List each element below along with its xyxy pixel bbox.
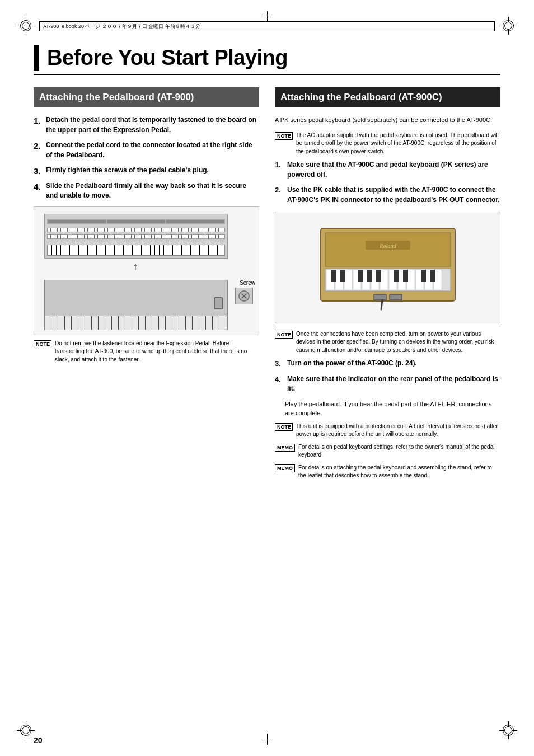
key-strip-2 [47,234,225,239]
right-step-4-text: Make sure that the indicator on the rear… [287,374,500,394]
right-note2-text: Once the connections have been completed… [296,330,500,355]
left-column: Attaching the Pedalboard (AT-900) 1. Det… [34,87,259,485]
keyboard-top [44,214,228,259]
right-illustration: Roland [275,212,500,323]
svg-rect-11 [380,270,388,290]
corner-mark-bl [17,721,35,739]
header-bar: AT-900_e.book 20 ページ ２００７年９月７日 金曜日 午前８時４… [39,21,495,31]
step-4-text: Slide the Pedalboard firmly all the way … [46,181,259,201]
step-2-num: 2. [34,140,46,151]
left-note-box: NOTE Do not remove the fastener located … [34,340,259,364]
step4-extra-text: Play the pedalboard. If you hear the ped… [285,400,500,418]
right-step-1: 1. Make sure that the AT-900C and pedal … [275,160,500,180]
right-step-4: 4. Make sure that the indicator on the r… [275,374,500,394]
right-note1-text: The AC adaptor supplied with the pedal k… [296,132,500,156]
svg-rect-7 [344,270,352,290]
svg-line-29 [381,300,382,309]
step-2-text: Connect the pedal cord to the connector … [46,140,259,160]
right-step-4-num: 4. [275,374,287,383]
step-3-text: Firmly tighten the screws of the pedal c… [46,166,209,175]
step-1-text: Detach the pedal cord that is temporaril… [46,115,259,135]
left-section-header: Attaching the Pedalboard (AT-900) [34,87,259,107]
step-2: 2. Connect the pedal cord to the connect… [34,140,259,160]
page: AT-900_e.book 20 ページ ２００７年９月７日 金曜日 午前８時４… [0,0,534,756]
right-step-2-text: Use the PK cable that is supplied with t… [287,185,500,205]
corner-mark-tr [499,17,517,35]
svg-rect-21 [367,270,372,282]
pedalboard [44,280,228,330]
step-3: 3. Firmly tighten the screws of the peda… [34,166,259,176]
svg-rect-20 [358,270,363,282]
right-note1: NOTE The AC adaptor supplied with the pe… [275,132,500,156]
key-strip [47,228,225,232]
right-memo2-text: For details on attaching the pedal keybo… [298,464,500,480]
right-note2: NOTE Once the connections have been comp… [275,330,500,355]
svg-text:Roland: Roland [378,243,396,249]
right-step-3-num: 3. [275,359,287,368]
right-intro: A PK series pedal keyboard (sold separat… [275,115,500,125]
pedal-connector [214,297,223,309]
control-strips [47,219,225,224]
keys-row [47,245,225,256]
page-title: Before You Start Playing [47,46,288,70]
step-1: 1. Detach the pedal cord that is tempora… [34,115,259,135]
pedal-keys [45,316,227,330]
step-3-num: 3. [34,166,46,176]
title-bar [34,45,39,71]
bottom-center-vmark [267,734,268,745]
right-note1-label: NOTE [275,132,293,140]
screw-label: Screw [240,280,255,286]
right-step-2: 2. Use the PK cable that is supplied wit… [275,185,500,205]
right-note3: NOTE This unit is equipped with a protec… [275,422,500,439]
right-step-1-num: 1. [275,160,287,169]
corner-mark-br [499,721,517,739]
right-note2-label: NOTE [275,331,293,339]
right-memo2-label: MEMO [275,464,295,472]
step-4-num: 4. [34,181,46,191]
svg-rect-26 [430,270,435,282]
svg-rect-25 [421,270,426,282]
page-title-container: Before You Start Playing [34,45,500,75]
right-section-header: Attaching the Pedalboard (AT-900C) [275,87,500,107]
content-area: Before You Start Playing Attaching the P… [34,45,500,722]
step-1-num: 1. [34,115,46,125]
screw-illustration [235,288,253,304]
page-number: 20 [34,736,43,745]
corner-mark-tl [17,17,35,35]
svg-rect-24 [403,270,408,282]
right-memo1: MEMO For details on pedal keyboard setti… [275,443,500,459]
header-text: AT-900_e.book 20 ページ ２００７年９月７日 金曜日 午前８時４… [43,23,200,30]
right-column: Attaching the Pedalboard (AT-900C) A PK … [275,87,500,485]
step-4: 4. Slide the Pedalboard firmly all the w… [34,181,259,201]
left-note-text: Do not remove the fastener located near … [55,340,259,364]
right-note3-label: NOTE [275,423,293,431]
right-memo1-label: MEMO [275,444,295,452]
piano-svg: Roland [310,217,466,318]
svg-rect-17 [434,270,442,290]
left-note-label: NOTE [34,340,51,348]
svg-rect-19 [340,270,345,282]
top-center-vmark [267,11,268,22]
svg-rect-27 [374,294,386,300]
svg-rect-22 [376,270,381,282]
svg-rect-28 [390,294,402,300]
svg-rect-23 [394,270,399,282]
arrow-up-icon: ↑ [133,261,138,273]
right-step-3: 3. Turn on the power of the AT-900C (p. … [275,359,500,368]
right-memo2: MEMO For details on attaching the pedal … [275,464,500,480]
two-column-layout: Attaching the Pedalboard (AT-900) 1. Det… [34,87,500,485]
right-step-3-text: Turn on the power of the AT-900C (p. 24)… [287,359,417,368]
right-step-1-text: Make sure that the AT-900C and pedal key… [287,160,500,180]
svg-rect-18 [331,270,336,282]
right-memo1-text: For details on pedal keyboard settings, … [298,443,500,459]
right-note3-text: This unit is equipped with a protection … [296,422,500,439]
left-illustration: ↑ ↓ Screw [34,206,259,335]
svg-rect-14 [407,270,415,290]
right-step-2-num: 2. [275,185,287,194]
